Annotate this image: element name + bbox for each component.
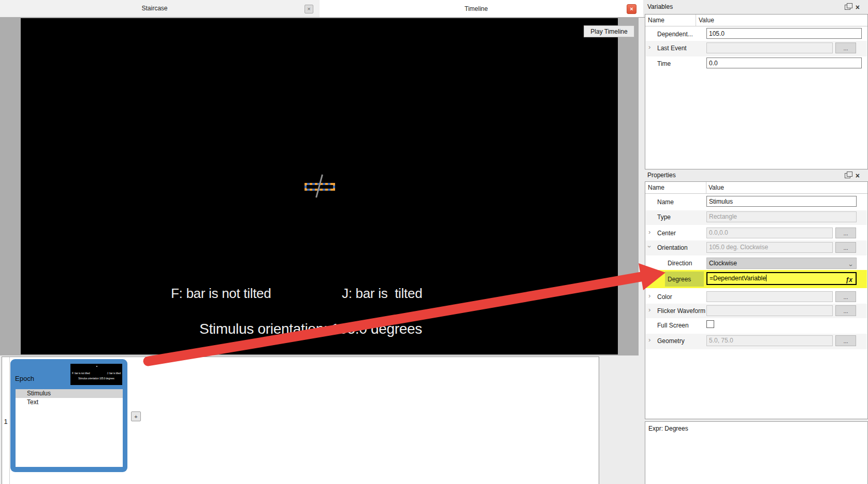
properties-dock-titlebar: Properties × [647,172,865,181]
variable-time-input[interactable] [706,58,862,68]
property-label-color: Color [657,293,672,301]
variables-panel: Name Value Dependent... › Last Event ...… [645,14,868,169]
geometry-expand-icon[interactable]: › [648,337,650,343]
direction-dropdown[interactable]: Clockwise › [706,258,857,269]
variables-grid-header: Name Value [645,15,867,26]
orientation-readout-text: Stimulus orientation: 105.0 degrees [199,321,422,337]
properties-panel: Name Value Name Type Rectangle › Center … [645,181,868,419]
tab-timeline-label: Timeline [465,5,488,12]
property-flicker-value [706,305,833,316]
properties-grid-header: Name Value [645,182,867,194]
fx-icon[interactable]: ƒx [846,275,852,286]
variables-close-icon[interactable]: × [856,4,860,10]
property-label-geometry: Geometry [657,337,685,345]
epoch-thumbnail: F: bar is not tilted J: bar is tilted St… [70,364,122,385]
document-tab-bar: Staircase × Timeline × [0,0,645,18]
property-geometry-value: 5.0, 75.0 [706,335,833,346]
selection-border-left [305,183,307,191]
property-label-type: Type [657,213,671,221]
property-label-orientation: Orientation [657,244,688,251]
last-event-expand-icon[interactable]: › [648,45,650,50]
full-screen-checkbox[interactable] [706,320,714,328]
orientation-more-button[interactable]: ... [835,242,856,253]
mdi-area: Play Timeline F: bar is not tilted J: ba… [0,17,639,355]
flicker-expand-icon[interactable]: › [648,307,650,312]
variable-dependent-input[interactable] [706,28,862,39]
property-orientation-value: 105.0 deg. Clockwise [706,242,833,253]
tab-staircase-label: Staircase [141,5,167,12]
direction-dropdown-value: Clockwise [709,260,737,267]
properties-col-divider [706,182,706,193]
variables-col-value: Value [699,17,714,24]
properties-float-icon[interactable] [845,173,850,178]
thumbnail-right-text: J: bar is tilted [107,372,121,375]
color-more-button[interactable]: ... [835,291,856,302]
variable-last-event-value [706,42,833,53]
property-name-input[interactable] [706,196,857,207]
tab-staircase[interactable]: Staircase × [0,0,320,17]
selection-border-right [333,183,335,191]
property-label-direction: Direction [668,260,692,267]
instruction-text-right: J: bar is tilted [342,286,422,302]
variable-label-last-event: Last Event [657,45,687,52]
epoch-block[interactable]: Epoch F: bar is not tilted J: bar is til… [10,359,127,472]
application-window: Staircase × Timeline × Play Timeline F: … [0,0,868,484]
property-label-center: Center [657,230,676,237]
geometry-more-button[interactable]: ... [835,335,856,346]
epoch-item-list: Stimulus Text [16,389,123,467]
expression-panel-text: Expr: Degrees [648,425,688,432]
variables-dock-titlebar: Variables × [647,3,865,12]
property-label-degrees: Degrees [668,276,691,283]
degrees-expression-value: =DependentVariable [710,275,766,282]
tab-timeline[interactable]: Timeline × [320,0,643,17]
properties-dock-title: Properties [647,172,676,179]
stimulus-screen: Play Timeline F: bar is not tilted J: ba… [21,18,618,354]
thumbnail-left-text: F: bar is not tilted [72,372,90,375]
epoch-item-stimulus[interactable]: Stimulus [16,389,123,398]
variables-col-divider [696,15,696,26]
variable-label-time: Time [657,60,671,67]
variables-dock-title: Variables [647,3,673,10]
variable-label-dependent: Dependent... [657,31,693,38]
timeline-editor-panel: 1 Epoch F: bar is not tilted J: bar is t… [2,357,599,484]
row-header-divider [9,357,10,484]
timeline-row-number: 1 [3,418,8,425]
property-center-value: 0.0,0.0 [706,227,833,238]
orientation-collapse-icon[interactable]: › [647,246,652,248]
epoch-title: Epoch [15,375,34,382]
center-expand-icon[interactable]: › [648,230,650,235]
center-more-button[interactable]: ... [835,227,856,238]
add-epoch-button[interactable]: + [131,411,141,421]
property-color-value [706,291,833,302]
properties-close-icon[interactable]: × [856,173,860,179]
expression-panel: Expr: Degrees [645,421,868,484]
properties-col-value: Value [708,184,724,191]
tab-timeline-close-icon[interactable]: × [627,4,636,14]
instruction-text-left: F: bar is not tilted [171,286,271,302]
play-timeline-button[interactable]: Play Timeline [584,25,634,37]
thumbnail-stimulus-mark [96,366,97,367]
tab-staircase-close-icon[interactable]: × [305,5,313,13]
selection-border-bottom [305,189,335,191]
color-expand-icon[interactable]: › [648,293,650,298]
variables-float-icon[interactable] [845,5,850,10]
property-label-flicker-waveform: Flicker Waveform [657,307,705,315]
thumbnail-bottom-text: Stimulus orientation 105.0 degrees [70,377,122,380]
properties-col-name: Name [648,184,664,191]
flicker-more-button[interactable]: ... [835,305,856,316]
last-event-more-button[interactable]: ... [835,42,856,53]
property-label-name: Name [657,198,674,206]
text-caret [766,275,766,281]
property-type-value: Rectangle [706,211,857,222]
variables-col-name: Name [648,17,664,24]
dropdown-chevron-icon: › [846,264,856,266]
epoch-item-text[interactable]: Text [16,398,123,407]
degrees-expression-input[interactable]: =DependentVariable ƒx [706,272,857,285]
property-label-full-screen: Full Screen [657,322,689,329]
